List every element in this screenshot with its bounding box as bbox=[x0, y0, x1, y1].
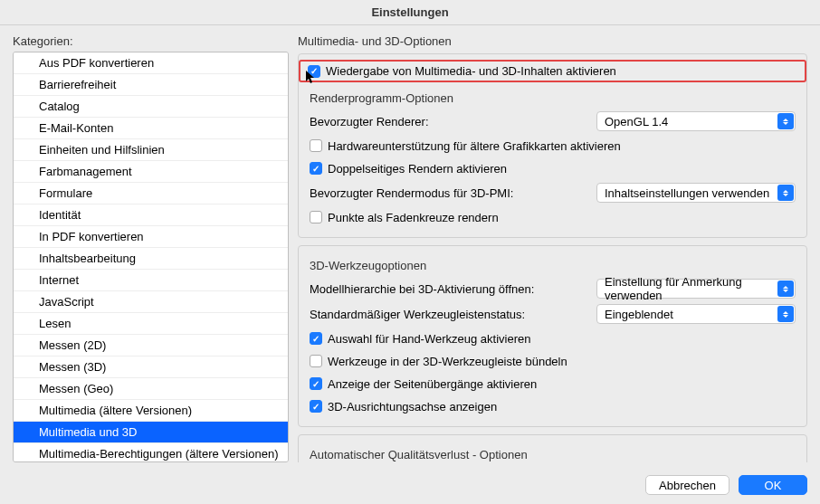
enable-playback-highlight: Wiedergabe von Multimedia- und 3D-Inhalt… bbox=[299, 60, 806, 82]
category-item[interactable]: Identität bbox=[14, 204, 288, 226]
categories-label: Kategorien: bbox=[13, 34, 289, 48]
autodegrade-group: Automatischer Qualitätsverlust - Optione… bbox=[298, 434, 807, 462]
page-transitions-label: Anzeige der Seitenübergänge aktivieren bbox=[328, 377, 537, 391]
category-item[interactable]: JavaScript bbox=[14, 291, 288, 313]
render-mode-select[interactable]: Inhaltseinstellungen verwenden bbox=[596, 183, 796, 203]
ok-button[interactable]: OK bbox=[739, 475, 807, 495]
category-item[interactable]: Messen (3D) bbox=[14, 357, 288, 378]
double-sided-label: Doppelseitiges Rendern aktivieren bbox=[328, 162, 507, 176]
preferred-renderer-label: Bevorzugter Renderer: bbox=[310, 115, 429, 128]
autodegrade-section-label: Automatischer Qualitätsverlust - Optione… bbox=[310, 448, 796, 461]
category-item[interactable]: Barrierefreiheit bbox=[14, 74, 288, 96]
render-mode-label: Bevorzugter Rendermodus für 3D-PMI: bbox=[310, 186, 513, 200]
cancel-button[interactable]: Abbrechen bbox=[645, 475, 729, 495]
category-item[interactable]: Multimedia-Berechtigungen (ältere Versio… bbox=[14, 443, 288, 462]
enable-playback-checkbox[interactable] bbox=[308, 65, 320, 78]
category-item[interactable]: Farbmanagement bbox=[14, 161, 288, 183]
orient-axis-label: 3D-Ausrichtungsachse anzeigen bbox=[328, 400, 497, 414]
hw-legacy-checkbox[interactable] bbox=[310, 139, 322, 152]
bundle-tools-checkbox[interactable] bbox=[310, 355, 322, 367]
hand-select-label: Auswahl für Hand-Werkzeug aktivieren bbox=[328, 332, 530, 346]
points-crosshair-label: Punkte als Fadenkreuze rendern bbox=[328, 211, 499, 224]
chevron-updown-icon bbox=[777, 185, 794, 201]
points-crosshair-checkbox[interactable] bbox=[310, 211, 322, 223]
category-item[interactable]: Messen (2D) bbox=[14, 335, 288, 357]
chevron-updown-icon bbox=[777, 306, 794, 322]
category-item[interactable]: Inhaltsbearbeitung bbox=[14, 248, 288, 270]
settings-panel: Multimedia- und 3D-Optionen Wiedergabe v… bbox=[298, 34, 807, 462]
categories-column: Kategorien: Aus PDF konvertierenBarriere… bbox=[13, 34, 289, 462]
category-item[interactable]: Multimedia und 3D bbox=[14, 422, 288, 443]
category-item[interactable]: Catalog bbox=[14, 96, 288, 118]
main-area: Kategorien: Aus PDF konvertierenBarriere… bbox=[0, 25, 820, 468]
category-item[interactable]: Lesen bbox=[14, 313, 288, 335]
renderer-section-label: Renderprogramm-Optionen bbox=[310, 91, 796, 105]
toolbar-state-select[interactable]: Eingeblendet bbox=[596, 304, 796, 324]
hand-select-checkbox[interactable] bbox=[310, 332, 322, 345]
category-item[interactable]: In PDF konvertieren bbox=[14, 226, 288, 248]
renderer-group: Wiedergabe von Multimedia- und 3D-Inhalt… bbox=[298, 53, 807, 238]
category-item[interactable]: Messen (Geo) bbox=[14, 378, 288, 400]
categories-list[interactable]: Aus PDF konvertierenBarrierefreiheitCata… bbox=[13, 52, 289, 462]
toolbar-state-label: Standardmäßiger Werkzeugleistenstatus: bbox=[310, 308, 525, 321]
orient-axis-checkbox[interactable] bbox=[310, 400, 322, 413]
category-item[interactable]: Aus PDF konvertieren bbox=[14, 52, 288, 74]
category-item[interactable]: Einheiten und Hilfslinien bbox=[14, 139, 288, 161]
hw-legacy-label: Hardwareunterstützung für ältere Grafikk… bbox=[328, 139, 621, 153]
bundle-tools-label: Werkzeuge in der 3D-Werkzeugleiste bünde… bbox=[328, 355, 567, 368]
window-title: Einstellungen bbox=[0, 0, 820, 25]
category-item[interactable]: E-Mail-Konten bbox=[14, 118, 288, 139]
dialog-buttons: Abbrechen OK bbox=[0, 468, 820, 504]
model-hierarchy-label: Modellhierarchie bei 3D-Aktivierung öffn… bbox=[310, 282, 534, 296]
tools-group: 3D-Werkzeugoptionen Modellhierarchie bei… bbox=[298, 245, 807, 427]
category-item[interactable]: Internet bbox=[14, 270, 288, 291]
model-hierarchy-select[interactable]: Einstellung für Anmerkung verwenden bbox=[596, 279, 796, 299]
panel-title: Multimedia- und 3D-Optionen bbox=[298, 34, 807, 48]
tools-section-label: 3D-Werkzeugoptionen bbox=[310, 259, 796, 272]
category-item[interactable]: Formulare bbox=[14, 183, 288, 204]
enable-playback-label: Wiedergabe von Multimedia- und 3D-Inhalt… bbox=[326, 64, 616, 78]
chevron-updown-icon bbox=[777, 113, 794, 129]
double-sided-checkbox[interactable] bbox=[310, 162, 322, 175]
chevron-updown-icon bbox=[777, 281, 794, 297]
category-item[interactable]: Multimedia (ältere Versionen) bbox=[14, 400, 288, 422]
preferred-renderer-select[interactable]: OpenGL 1.4 bbox=[596, 111, 796, 131]
page-transitions-checkbox[interactable] bbox=[310, 377, 322, 390]
